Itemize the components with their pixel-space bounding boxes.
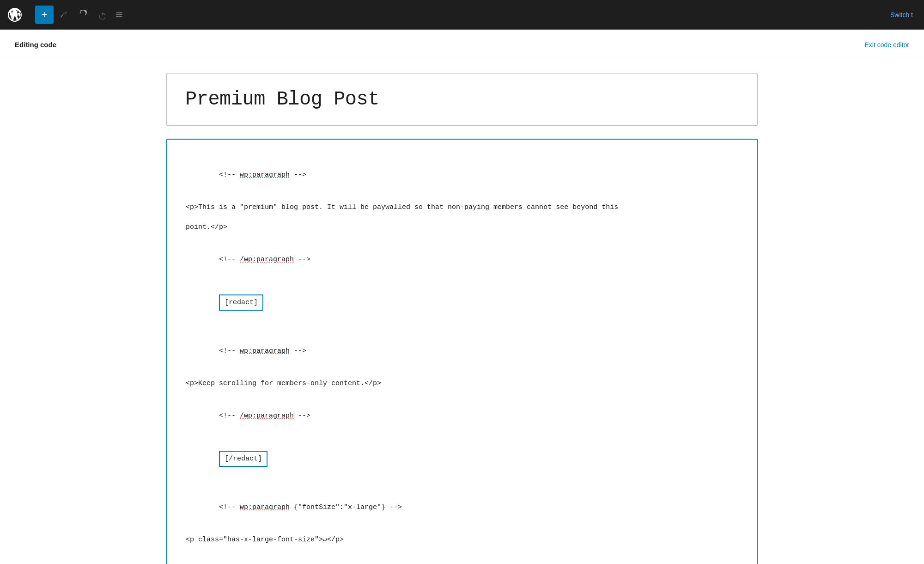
title-block: Premium Blog Post <box>166 73 758 126</box>
wordpress-icon <box>6 6 23 23</box>
code-line-empty <box>186 215 738 219</box>
editing-code-label: Editing code <box>15 41 56 49</box>
code-line-empty <box>186 548 738 552</box>
toolbar-actions: + <box>30 6 133 24</box>
code-line: <!-- /wp:paragraph --> <box>186 553 738 564</box>
undo-icon <box>78 10 87 19</box>
wp-paragraph-tag: wp:paragraph <box>240 171 290 179</box>
code-line: <!-- wp:paragraph --> <box>186 156 738 194</box>
post-title[interactable]: Premium Blog Post <box>185 88 739 110</box>
close-redact-shortcode-line: [/redact] <box>186 436 738 481</box>
code-line-empty <box>186 235 738 239</box>
exit-code-editor-link[interactable]: Exit code editor <box>865 41 910 49</box>
code-line-empty <box>186 392 738 395</box>
list-view-icon <box>115 10 124 19</box>
pen-tool-button[interactable] <box>55 6 72 23</box>
toolbar-right: Switch t <box>890 11 924 19</box>
code-line: <p class="has-x-large-font-size">↵</p> <box>186 533 738 546</box>
wp-paragraph-close-tag-2: /wp:paragraph <box>240 412 294 420</box>
comment-open: <!-- <box>219 347 240 355</box>
redact-shortcode: [redact] <box>219 294 263 311</box>
code-line: <p>Keep scrolling for members-only conte… <box>186 377 738 390</box>
close-redact-shortcode: [/redact] <box>219 451 267 467</box>
wp-logo[interactable] <box>0 0 30 30</box>
code-line: <!-- /wp:paragraph --> <box>186 397 738 435</box>
code-line: <!-- wp:paragraph --> <box>186 332 738 370</box>
add-block-button[interactable]: + <box>35 6 54 24</box>
sub-header: Editing code Exit code editor <box>0 30 924 58</box>
undo-button[interactable] <box>74 6 91 23</box>
list-view-button[interactable] <box>111 6 128 23</box>
comment-close: --> <box>290 171 306 179</box>
comment-open: <!-- <box>219 412 240 420</box>
code-line: point.</p> <box>186 221 738 233</box>
code-line-empty <box>186 327 738 331</box>
code-content: <!-- wp:paragraph --> <p>This is a "prem… <box>186 156 738 564</box>
toolbar: + Switch t <box>0 0 924 30</box>
comment-open: <!-- <box>219 256 240 264</box>
code-line-empty <box>186 528 738 532</box>
pen-icon <box>60 11 68 19</box>
code-line-empty <box>186 372 738 375</box>
comment-open: <!-- <box>219 503 240 511</box>
main-content: Premium Blog Post <!-- wp:paragraph --> … <box>0 58 924 564</box>
wp-paragraph-tag-2: wp:paragraph <box>240 347 290 355</box>
redo-icon <box>96 10 105 19</box>
code-line-empty <box>186 483 738 487</box>
comment-close: --> <box>294 256 310 264</box>
comment-close: --> <box>294 412 310 420</box>
comment-open: <!-- <box>219 171 240 179</box>
code-editor-block[interactable]: <!-- wp:paragraph --> <p>This is a "prem… <box>166 139 758 564</box>
code-line: <p>This is a "premium" blog post. It wil… <box>186 201 738 214</box>
wp-paragraph-tag-3: wp:paragraph <box>240 503 290 511</box>
code-line: <!-- /wp:paragraph --> <box>186 241 738 278</box>
switch-to-link[interactable]: Switch t <box>890 11 913 18</box>
code-line-empty <box>186 196 738 199</box>
redact-shortcode-line: [redact] <box>186 280 738 325</box>
wp-paragraph-close-tag: /wp:paragraph <box>240 256 294 264</box>
comment-close: {"fontSize":"x-large"} --> <box>290 503 402 511</box>
comment-close: --> <box>290 347 306 355</box>
redo-button[interactable] <box>92 6 109 23</box>
code-line: <!-- wp:paragraph {"fontSize":"x-large"}… <box>186 489 738 526</box>
